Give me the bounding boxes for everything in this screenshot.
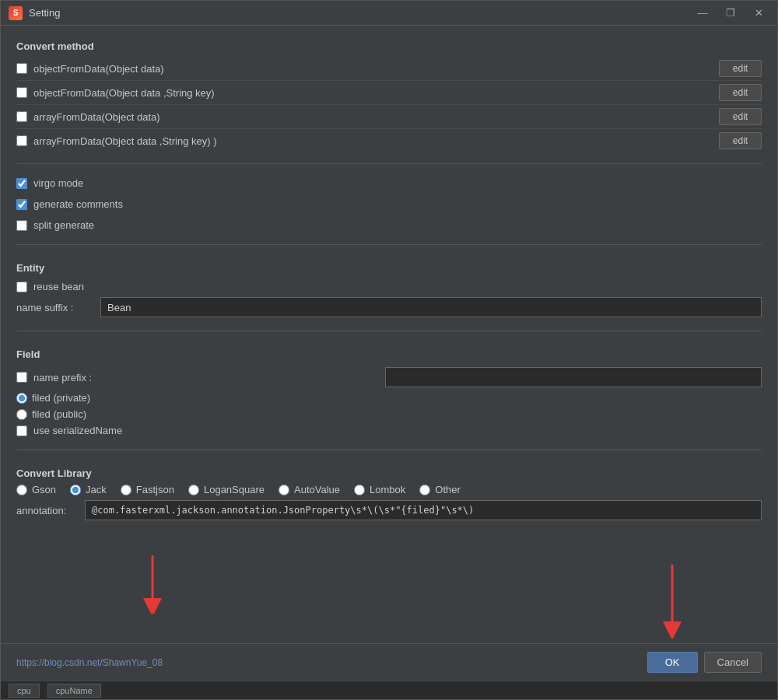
name-prefix-input[interactable] [385,367,762,387]
field-section: Field name prefix : filed (private) file… [16,345,762,439]
method4-edit-button[interactable]: edit [719,132,762,149]
divider-2 [16,244,762,245]
autovalue-label[interactable]: AutoValue [279,484,340,495]
gson-label[interactable]: Gson [16,484,56,495]
filed-private-row: filed (private) [16,390,762,406]
name-prefix-text: name prefix : [33,372,92,383]
annotation-label: annotation: [16,505,79,516]
other-label[interactable]: Other [419,484,461,495]
split-generate-text: split generate [33,219,94,231]
window-controls: — ❐ ✕ [692,5,769,21]
app-icon: S [9,6,23,20]
use-serialized-name-label[interactable]: use serializedName [16,425,762,436]
dialog-footer: https://blog.csdn.net/ShawnYue_08 OK Can… [1,643,777,681]
autovalue-radio[interactable] [279,485,289,495]
convert-method-title: Convert method [16,40,762,52]
title-bar: S Setting — ❐ ✕ [1,1,777,26]
jack-radio[interactable] [70,485,81,495]
lombok-label[interactable]: Lombok [354,484,405,495]
split-generate-checkbox[interactable] [16,220,27,231]
ok-button[interactable]: OK [647,652,698,673]
reuse-bean-row: reuse bean [16,278,762,295]
main-window: S Setting — ❐ ✕ Convert method objectFro… [0,0,778,700]
method4-checkbox[interactable] [16,135,27,146]
virgo-mode-text: virgo mode [33,177,83,189]
gson-radio[interactable] [16,485,27,495]
convert-library-title: Convert Library [16,467,762,479]
taskbar-tab-cpuname[interactable]: cpuName [47,684,101,698]
fastjson-radio[interactable] [121,485,131,495]
taskbar-bottom: cpu cpuName [1,681,777,699]
jack-text: Jack [86,484,107,495]
other-text: Other [435,484,461,495]
entity-title: Entity [16,262,762,274]
convert-method-section: Convert method objectFromData(Object dat… [16,37,762,152]
cancel-button[interactable]: Cancel [704,652,762,673]
maximize-button[interactable]: ❐ [720,5,741,21]
divider-3 [16,331,762,331]
filed-public-row: filed (public) [16,406,762,422]
name-suffix-label: name suffix : [16,302,94,313]
generate-comments-row: generate comments [16,196,762,212]
method2-edit-button[interactable]: edit [719,84,762,101]
generate-comments-label[interactable]: generate comments [16,198,762,210]
annotation-row: annotation: [16,500,762,520]
method1-text: objectFromData(Object data) [33,63,164,75]
gson-text: Gson [32,484,56,495]
method1-checkbox[interactable] [16,63,27,74]
taskbar-tab-cpu[interactable]: cpu [9,684,40,698]
jack-label[interactable]: Jack [70,484,107,495]
method-row-2: objectFromData(Object data ,String key) … [16,81,762,105]
generate-comments-checkbox[interactable] [16,199,27,210]
entity-section: Entity reuse bean name suffix : [16,259,762,320]
reuse-bean-text: reuse bean [33,281,84,292]
logansquare-label[interactable]: LoganSquare [188,484,265,495]
virgo-mode-row: virgo mode [16,175,762,191]
annotation-input[interactable] [85,500,762,520]
virgo-mode-checkbox[interactable] [16,178,27,189]
lombok-text: Lombok [370,484,405,495]
virgo-mode-label[interactable]: virgo mode [16,177,762,189]
fastjson-label[interactable]: Fastjson [121,484,174,495]
filed-public-text: filed (public) [32,408,86,420]
logansquare-radio[interactable] [188,485,199,495]
use-serialized-name-text: use serializedName [33,425,122,436]
method1-label[interactable]: objectFromData(Object data) [16,63,719,75]
dialog-content: Convert method objectFromData(Object dat… [1,26,777,643]
filed-public-label[interactable]: filed (public) [16,408,86,420]
lombok-radio[interactable] [354,485,365,495]
name-prefix-label[interactable]: name prefix : [16,372,379,383]
autovalue-text: AutoValue [294,484,340,495]
generate-comments-text: generate comments [33,198,123,210]
name-prefix-checkbox[interactable] [16,372,27,383]
footer-link[interactable]: https://blog.csdn.net/ShawnYue_08 [16,657,163,668]
use-serialized-name-checkbox[interactable] [16,425,27,436]
divider-4 [16,450,762,450]
method2-label[interactable]: objectFromData(Object data ,String key) [16,87,719,99]
name-suffix-row: name suffix : [16,295,762,320]
filed-public-radio[interactable] [16,409,27,420]
reuse-bean-checkbox[interactable] [16,282,27,292]
method3-label[interactable]: arrayFromData(Object data) [16,111,719,123]
method4-text: arrayFromData(Object data ,String key) ) [33,135,217,147]
footer-buttons: OK Cancel [647,652,762,673]
method1-edit-button[interactable]: edit [719,60,762,77]
name-suffix-input[interactable] [100,297,762,317]
minimize-button[interactable]: — [692,5,713,21]
method3-edit-button[interactable]: edit [719,108,762,125]
method3-checkbox[interactable] [16,111,27,122]
use-serialized-name-row: use serializedName [16,422,762,439]
field-title: Field [16,348,762,360]
close-button[interactable]: ✕ [748,5,769,21]
method3-text: arrayFromData(Object data) [33,111,160,123]
method2-checkbox[interactable] [16,87,27,98]
filed-private-radio[interactable] [16,393,27,404]
split-generate-label[interactable]: split generate [16,219,762,231]
fastjson-text: Fastjson [136,484,174,495]
library-radio-group: Gson Jack Fastjson LoganSquare AutoValue [16,484,762,495]
filed-private-label[interactable]: filed (private) [16,392,90,404]
method4-label[interactable]: arrayFromData(Object data ,String key) ) [16,135,719,147]
method-row-4: arrayFromData(Object data ,String key) )… [16,129,762,152]
reuse-bean-label[interactable]: reuse bean [16,281,762,292]
other-radio[interactable] [419,485,430,495]
